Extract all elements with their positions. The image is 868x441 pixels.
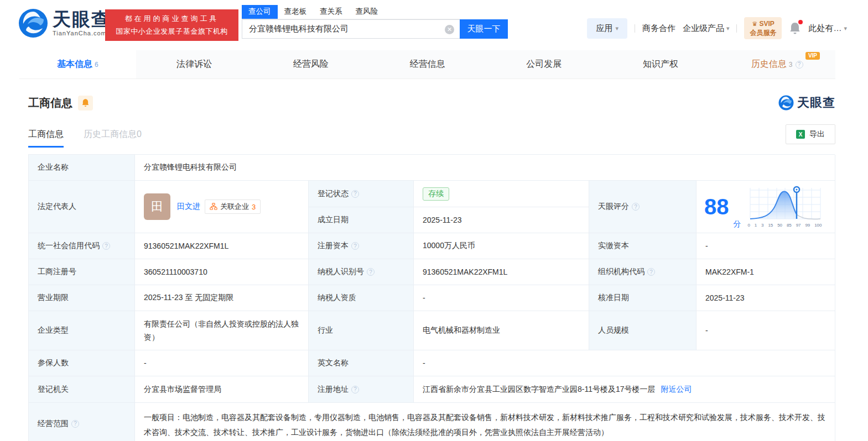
tianyancha-logo-icon bbox=[18, 8, 48, 38]
business-coop-link[interactable]: 商务合作 bbox=[642, 23, 675, 34]
taxpayer-quality-value: - bbox=[414, 285, 589, 311]
svip-member-button[interactable]: ♛ SVIP 会员服务 bbox=[744, 17, 782, 39]
watermark-text: 天眼查 bbox=[797, 95, 835, 111]
promo-line2: 国家中小企业发展子基金旗下机构 bbox=[116, 27, 228, 36]
establish-date-label: 成立日期 bbox=[309, 207, 414, 233]
taxpayer-id-value: 91360521MAK22XFM1L bbox=[414, 259, 589, 285]
tab-operation-risk[interactable]: 经营风险 bbox=[252, 50, 369, 78]
tab-operation-info[interactable]: 经营信息 bbox=[369, 50, 486, 78]
tianyancha-watermark: 天眼查 bbox=[778, 95, 835, 111]
help-icon[interactable] bbox=[796, 61, 803, 69]
tab-basic-info[interactable]: 基本信息 6 bbox=[19, 50, 136, 78]
notification-bell-icon[interactable] bbox=[789, 22, 801, 35]
credit-code-label: 统一社会信用代码 bbox=[29, 233, 135, 259]
business-info-table: 企业名称 分宜赣锋锂电科技有限公司 法定代表人 田 田文进 关联企业 3 登记状… bbox=[28, 154, 835, 441]
help-icon[interactable] bbox=[71, 420, 79, 428]
divider bbox=[736, 24, 737, 33]
staff-size-value: - bbox=[697, 311, 835, 350]
reg-status-label: 登记状态 bbox=[309, 181, 414, 207]
chevron-down-icon: ▾ bbox=[844, 25, 847, 32]
subscribe-bell-button[interactable] bbox=[78, 96, 93, 111]
svip-sublabel: 会员服务 bbox=[750, 28, 776, 37]
header-menu: 应用 ▾ 商务合作 企业级产品 ▾ ♛ SVIP 会员服务 此处有… ▾ bbox=[587, 17, 847, 39]
subtab-business-info[interactable]: 工商信息 bbox=[28, 129, 64, 148]
reg-status-value: 存续 bbox=[414, 181, 589, 207]
establish-date-value: 2025-11-23 bbox=[414, 207, 589, 233]
divider bbox=[635, 24, 635, 33]
reg-capital-value: 10000万人民币 bbox=[414, 233, 589, 259]
svip-label: SVIP bbox=[759, 20, 774, 28]
tab-company-development[interactable]: 公司发展 bbox=[486, 50, 602, 78]
score-unit: 分 bbox=[734, 219, 741, 229]
english-name-label: 英文名称 bbox=[309, 350, 414, 376]
promo-banner: 都在用的商业查询工具 国家中小企业发展子基金旗下机构 bbox=[105, 9, 238, 41]
reg-authority-value: 分宜县市场监督管理局 bbox=[135, 376, 309, 403]
help-icon[interactable] bbox=[367, 268, 375, 276]
company-nav-tabs: 基本信息 6 法律诉讼 经营风险 经营信息 公司发展 知识产权 VIP 历史信息… bbox=[19, 50, 835, 79]
subtab-history-business-info[interactable]: 历史工商信息0 bbox=[84, 129, 142, 148]
help-icon[interactable] bbox=[351, 386, 359, 393]
help-icon[interactable] bbox=[647, 268, 655, 276]
credit-code-value: 91360521MAK22XFM1L bbox=[135, 233, 309, 259]
promo-line1: 都在用的商业查询工具 bbox=[125, 14, 219, 24]
top-header: 天眼查 TianYanCha.com 都在用的商业查询工具 国家中小企业发展子基… bbox=[0, 0, 868, 50]
export-label: 导出 bbox=[809, 129, 825, 139]
tab-intellectual-property[interactable]: 知识产权 bbox=[602, 50, 719, 78]
enterprise-product-menu[interactable]: 企业级产品 ▾ bbox=[683, 23, 730, 34]
insured-label: 参保人数 bbox=[29, 350, 135, 376]
help-icon[interactable] bbox=[351, 242, 359, 250]
avatar[interactable]: 田 bbox=[144, 193, 170, 220]
tab-history-info-label: 历史信息 bbox=[751, 59, 787, 70]
insured-value: - bbox=[135, 350, 309, 376]
staff-size-label: 人员规模 bbox=[589, 311, 697, 350]
business-scope-label: 经营范围 bbox=[29, 403, 135, 441]
crown-icon: ♛ bbox=[752, 20, 757, 27]
search-tab-boss[interactable]: 查老板 bbox=[278, 5, 314, 19]
org-chart-icon bbox=[210, 203, 217, 211]
export-button[interactable]: X 导出 bbox=[786, 124, 835, 144]
tab-legal-lawsuits[interactable]: 法律诉讼 bbox=[136, 50, 253, 78]
chevron-down-icon: ▾ bbox=[615, 25, 618, 32]
brand-name: 天眼查 bbox=[53, 10, 111, 28]
notification-dot bbox=[798, 20, 803, 24]
org-code-value: MAK22XFM-1 bbox=[697, 259, 835, 285]
company-name-value: 分宜赣锋锂电科技有限公司 bbox=[135, 155, 835, 181]
score-label: 天眼评分 bbox=[589, 181, 697, 233]
help-icon[interactable] bbox=[102, 242, 110, 250]
related-companies-count: 3 bbox=[252, 203, 256, 211]
apps-menu[interactable]: 应用 ▾ bbox=[587, 18, 627, 39]
search-tab-risk[interactable]: 查风险 bbox=[349, 5, 385, 19]
nearby-companies-link[interactable]: 附近公司 bbox=[661, 385, 692, 395]
search-input[interactable] bbox=[242, 20, 460, 38]
company-type-label: 企业类型 bbox=[29, 311, 135, 350]
industry-value: 电气机械和器材制造业 bbox=[414, 311, 589, 350]
help-icon[interactable] bbox=[632, 203, 640, 211]
legal-rep-cell: 田 田文进 关联企业 3 bbox=[135, 181, 309, 233]
user-account-menu[interactable]: 此处有… ▾ bbox=[808, 23, 847, 34]
reg-authority-label: 登记机关 bbox=[29, 376, 135, 403]
search-area: 查公司 查老板 查关系 查风险 ✕ 天眼一下 bbox=[242, 5, 508, 39]
english-name-value: - bbox=[414, 350, 835, 376]
reg-capital-label: 注册资本 bbox=[309, 233, 414, 259]
search-tab-relation[interactable]: 查关系 bbox=[313, 5, 349, 19]
paid-capital-value: - bbox=[697, 233, 835, 259]
help-icon[interactable] bbox=[351, 190, 359, 198]
company-type-value: 有限责任公司（非自然人投资或控股的法人独资） bbox=[135, 311, 309, 350]
tianyancha-logo[interactable]: 天眼查 TianYanCha.com bbox=[18, 8, 111, 38]
search-tab-company[interactable]: 查公司 bbox=[242, 5, 278, 19]
chevron-down-icon: ▾ bbox=[726, 25, 730, 32]
score-value: 88 bbox=[704, 196, 729, 218]
apps-menu-label: 应用 bbox=[596, 23, 612, 34]
legal-rep-link[interactable]: 田文进 bbox=[177, 202, 200, 212]
clear-search-icon[interactable]: ✕ bbox=[445, 25, 454, 34]
search-button[interactable]: 天眼一下 bbox=[460, 19, 508, 39]
score-cell: 88 分 bbox=[697, 181, 835, 233]
org-code-label: 组织机构代码 bbox=[589, 259, 697, 285]
tianyancha-watermark-icon bbox=[778, 95, 794, 111]
search-tabs: 查公司 查老板 查关系 查风险 bbox=[242, 5, 460, 19]
tab-history-info[interactable]: VIP 历史信息 3 bbox=[719, 50, 835, 78]
vip-badge: VIP bbox=[805, 52, 820, 60]
related-companies-button[interactable]: 关联企业 3 bbox=[205, 200, 261, 214]
tab-history-info-count: 3 bbox=[789, 61, 793, 69]
tab-basic-info-count: 6 bbox=[95, 61, 98, 69]
